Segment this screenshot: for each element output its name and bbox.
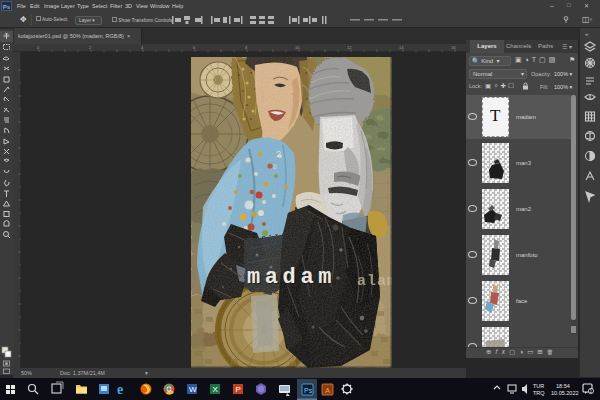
svg-text:2: 2 [89,45,92,50]
svg-text:8: 8 [245,45,248,50]
svg-text:18:54: 18:54 [556,383,570,389]
svg-text:A: A [325,386,330,395]
svg-text:TUR: TUR [533,383,544,389]
svg-text:Ps: Ps [304,387,313,394]
svg-text:0: 0 [37,45,40,50]
svg-text:4: 4 [141,45,144,50]
svg-text:14: 14 [399,45,404,50]
svg-text:e: e [117,382,123,397]
svg-text:X: X [213,385,219,394]
svg-text:P: P [236,385,241,394]
svg-text:TRQ: TRQ [533,390,545,396]
svg-text:W: W [189,385,197,394]
svg-text:6: 6 [193,45,196,50]
svg-text:10.05.2022: 10.05.2022 [551,390,579,396]
svg-text:10: 10 [295,45,300,50]
svg-text:12: 12 [347,45,352,50]
svg-text:16: 16 [451,45,456,50]
